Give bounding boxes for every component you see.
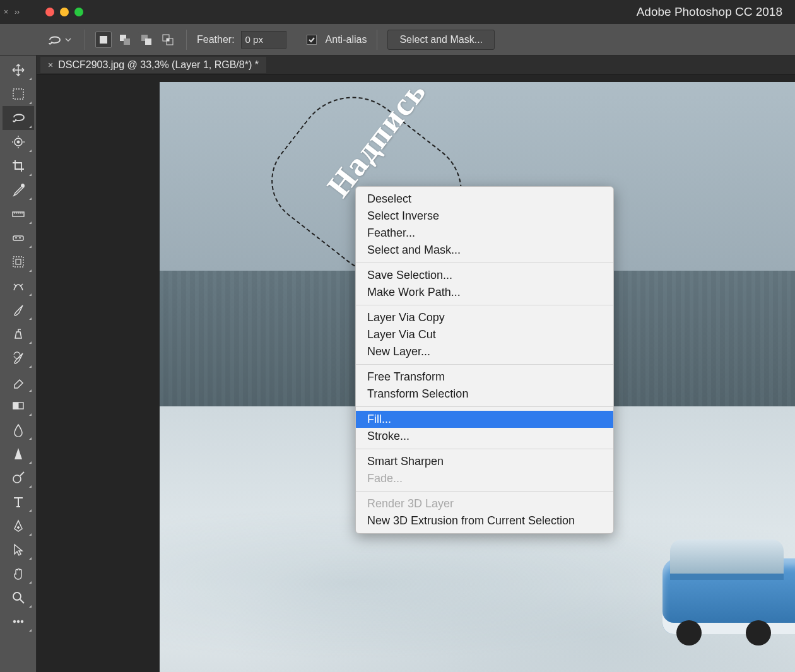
- history-brush-tool[interactable]: [3, 346, 34, 370]
- frame-tool[interactable]: [3, 250, 34, 274]
- menu-item-fade: Fade...: [356, 470, 613, 487]
- svg-rect-15: [16, 259, 21, 264]
- dodge-tool[interactable]: [3, 466, 34, 490]
- menu-separator: [356, 449, 613, 449]
- pen-tool[interactable]: [3, 514, 34, 538]
- car-object: [662, 558, 795, 634]
- brush-tool[interactable]: [3, 298, 34, 322]
- feather-input[interactable]: [241, 31, 286, 49]
- svg-rect-2: [124, 38, 130, 45]
- menu-item-deselect[interactable]: Deselect: [356, 191, 613, 208]
- selection-mode-group: [95, 32, 176, 48]
- app-title: Adobe Photoshop CC 2018: [637, 5, 782, 19]
- menu-item-save-selection[interactable]: Save Selection...: [356, 267, 613, 284]
- minimize-icon[interactable]: [60, 8, 69, 16]
- menu-item-layer-via-copy[interactable]: Layer Via Copy: [356, 309, 613, 326]
- tab-row: × DSCF2903.jpg @ 33,3% (Layer 1, RGB/8*)…: [37, 56, 795, 74]
- svg-point-11: [21, 184, 24, 187]
- tab-close-icon[interactable]: ×: [48, 60, 53, 70]
- move-tool[interactable]: [3, 58, 34, 82]
- document-area: × DSCF2903.jpg @ 33,3% (Layer 1, RGB/8*)…: [37, 56, 795, 672]
- marquee-tool[interactable]: [3, 82, 34, 106]
- menu-item-render-3d-layer: Render 3D Layer: [356, 495, 613, 512]
- svg-rect-4: [145, 38, 151, 45]
- anti-alias-checkbox[interactable]: [307, 35, 317, 45]
- svg-rect-17: [13, 403, 18, 409]
- menu-item-make-work-path[interactable]: Make Work Path...: [356, 284, 613, 301]
- svg-point-19: [17, 527, 19, 529]
- menu-item-select-inverse[interactable]: Select Inverse: [356, 208, 613, 225]
- svg-point-10: [17, 141, 20, 143]
- gradient-tool[interactable]: [3, 394, 34, 418]
- context-menu: DeselectSelect InverseFeather...Select a…: [355, 186, 614, 534]
- selection-subtract-icon[interactable]: [138, 32, 155, 48]
- menu-item-new-layer[interactable]: New Layer...: [356, 343, 613, 360]
- type-tool[interactable]: [3, 490, 34, 514]
- more-tool[interactable]: [3, 610, 34, 634]
- menu-separator: [356, 364, 613, 365]
- close-icon[interactable]: [45, 8, 54, 16]
- menu-item-new-3d-extrusion-from-current-selection[interactable]: New 3D Extrusion from Current Selection: [356, 512, 613, 529]
- current-tool-indicator[interactable]: [44, 29, 74, 50]
- window-close-x[interactable]: ×: [4, 8, 8, 16]
- svg-rect-13: [13, 236, 23, 240]
- chevron-down-icon: [65, 37, 71, 43]
- menu-separator: [356, 305, 613, 305]
- selection-new-icon[interactable]: [95, 32, 112, 48]
- blur-tool[interactable]: [3, 418, 34, 442]
- menu-separator: [356, 262, 613, 263]
- svg-point-20: [13, 592, 21, 600]
- clone-stamp-tool[interactable]: [3, 322, 34, 346]
- tab-title: DSCF2903.jpg @ 33,3% (Layer 1, RGB/8*) *: [58, 59, 259, 71]
- menu-item-stroke[interactable]: Stroke...: [356, 428, 613, 445]
- svg-rect-14: [13, 257, 23, 267]
- canvas[interactable]: Надпись DeselectSelect InverseFeather...…: [160, 82, 795, 672]
- hand-tool[interactable]: [3, 562, 34, 586]
- path-select-tool[interactable]: [3, 538, 34, 562]
- lasso-tool[interactable]: [3, 106, 34, 130]
- menu-item-feather[interactable]: Feather...: [356, 225, 613, 242]
- tab-document[interactable]: × DSCF2903.jpg @ 33,3% (Layer 1, RGB/8*)…: [40, 57, 266, 73]
- quick-select-tool[interactable]: [3, 130, 34, 154]
- eraser-tool[interactable]: [3, 370, 34, 394]
- menu-item-fill[interactable]: Fill...: [356, 411, 613, 428]
- lasso-icon: [47, 33, 62, 46]
- maximize-icon[interactable]: [74, 8, 83, 16]
- content-aware-tool[interactable]: [3, 274, 34, 298]
- select-and-mask-button[interactable]: Select and Mask...: [387, 30, 495, 50]
- svg-point-23: [21, 620, 23, 623]
- svg-rect-0: [100, 36, 107, 44]
- menu-item-smart-sharpen[interactable]: Smart Sharpen: [356, 453, 613, 470]
- svg-point-18: [13, 475, 21, 483]
- feather-label: Feather:: [197, 34, 235, 45]
- titlebar: × ›› Adobe Photoshop CC 2018: [0, 0, 795, 24]
- options-bar: Feather: Anti-alias Select and Mask...: [0, 24, 795, 56]
- crop-tool[interactable]: [3, 154, 34, 178]
- zoom-tool[interactable]: [3, 586, 34, 610]
- ruler-tool[interactable]: [3, 202, 34, 226]
- svg-rect-8: [13, 89, 23, 99]
- anti-alias-label: Anti-alias: [326, 34, 367, 45]
- selection-intersect-icon[interactable]: [160, 32, 176, 48]
- svg-point-22: [17, 620, 20, 623]
- selection-add-icon[interactable]: [117, 32, 133, 48]
- menu-item-layer-via-cut[interactable]: Layer Via Cut: [356, 326, 613, 343]
- healing-brush-tool[interactable]: [3, 226, 34, 250]
- sharpen-tool[interactable]: [3, 442, 34, 466]
- svg-rect-7: [167, 38, 169, 41]
- eyedropper-tool[interactable]: [3, 178, 34, 202]
- menu-item-select-and-mask[interactable]: Select and Mask...: [356, 242, 613, 259]
- toolbox: [0, 56, 37, 672]
- menu-item-free-transform[interactable]: Free Transform: [356, 368, 613, 386]
- svg-point-21: [13, 620, 16, 623]
- traffic-lights: [45, 8, 83, 16]
- check-icon: [308, 36, 315, 44]
- menu-separator: [356, 491, 613, 492]
- window-expand-icon[interactable]: ››: [15, 8, 20, 16]
- menu-separator: [356, 406, 613, 407]
- menu-item-transform-selection[interactable]: Transform Selection: [356, 386, 613, 403]
